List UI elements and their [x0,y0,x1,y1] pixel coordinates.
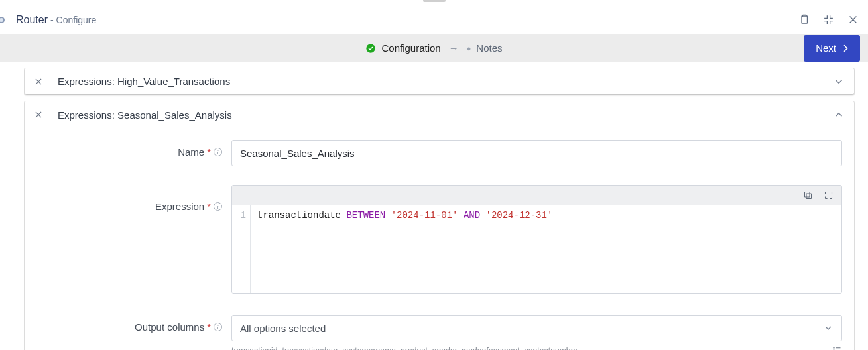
close-icon[interactable] [847,14,859,25]
collapse-icon[interactable] [823,14,834,25]
svg-rect-4 [805,192,810,198]
code-string: '2024-12-31' [486,210,553,221]
list-icon[interactable] [832,345,842,350]
next-button-label: Next [816,42,836,54]
section-title: Expressions: High_Value_Transactions [58,76,230,87]
svg-point-2 [367,44,375,52]
expression-label: Expression [155,201,204,212]
svg-rect-3 [806,194,812,199]
line-number: 1 [241,210,246,221]
step-bar: Configuration → ● Notes Next [0,34,868,62]
expand-section-button[interactable] [833,76,845,88]
output-columns-select[interactable]: All options selected [231,315,842,341]
expand-editor-icon[interactable] [824,190,834,200]
info-icon[interactable]: i [214,202,222,211]
output-columns-hint: transactionid, transactiondate, customer… [231,346,578,351]
chevron-down-icon [823,323,834,333]
code-token: transactiondate [257,210,346,221]
svg-point-8 [834,347,834,348]
code-keyword: BETWEEN [346,210,385,221]
expression-section-collapsed: Expressions: High_Value_Transactions [24,68,855,95]
code-area[interactable]: transactiondate BETWEEN '2024-11-01' AND… [251,205,841,293]
code-string: '2024-11-01' [391,210,458,221]
title-bar: Router - Configure [0,5,868,34]
name-row: Name * i [36,140,842,166]
required-star-icon: * [207,201,211,212]
top-grip [0,0,868,5]
copy-icon[interactable] [803,190,813,200]
expression-row: Expression * i [36,185,842,294]
clipboard-icon[interactable] [798,14,810,25]
name-input[interactable] [231,140,842,166]
drag-handle-icon[interactable] [423,0,446,2]
line-gutter: 1 [232,205,251,293]
required-star-icon: * [207,146,211,158]
collapse-section-button[interactable] [833,109,845,121]
remove-section-button[interactable] [34,77,43,86]
required-star-icon: * [207,321,211,333]
select-value: All options selected [240,323,326,334]
info-icon[interactable]: i [214,148,222,156]
output-columns-row: Output columns * i All options selected … [36,315,842,350]
remove-section-button[interactable] [34,110,43,119]
section-title: Expressions: Seasonal_Sales_Analysis [58,109,232,121]
next-button[interactable]: Next [804,35,860,62]
name-label: Name [178,146,204,158]
code-keyword: AND [464,210,480,221]
dialog-subtitle: - Configure [50,15,96,25]
code-editor: 1 transactiondate BETWEEN '2024-11-01' A… [231,185,842,294]
expression-section-expanded: Expressions: Seasonal_Sales_Analysis Nam… [24,101,855,350]
check-circle-icon [365,43,376,54]
sections-container: Expressions: High_Value_Transactions Exp… [0,62,868,350]
step-notes[interactable]: Notes [476,42,502,54]
output-columns-label: Output columns [135,321,204,333]
dot-icon: ● [467,44,471,52]
node-port-handle[interactable] [0,17,5,23]
step-configuration[interactable]: Configuration [381,42,440,54]
info-icon[interactable]: i [214,323,222,331]
dialog-title: Router [16,14,48,26]
arrow-right-icon: → [449,42,459,54]
